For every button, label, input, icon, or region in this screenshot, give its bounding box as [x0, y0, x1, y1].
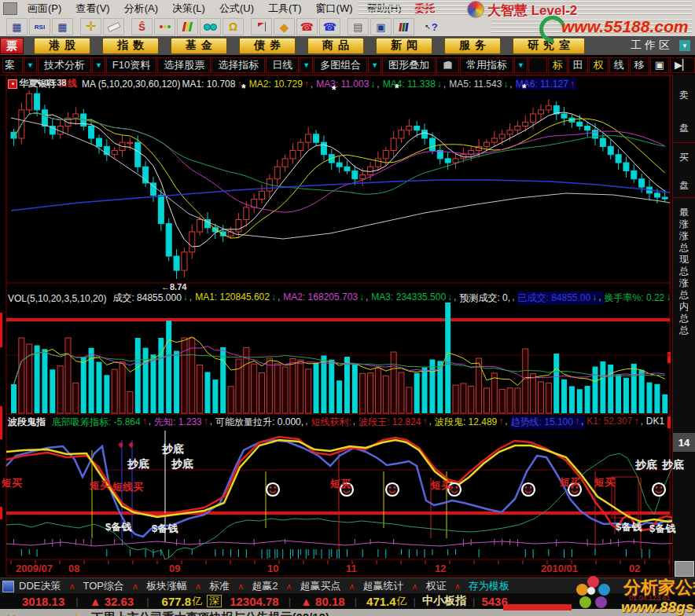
bottom-tab-6[interactable]: 超赢统计: [359, 579, 409, 593]
bottom-tab-5[interactable]: 超赢买点: [296, 579, 346, 593]
diamond-sign-icon[interactable]: ◆: [274, 18, 295, 35]
rsi-indicator-icon[interactable]: RSI: [29, 18, 50, 35]
menu-item-5[interactable]: 工具(T): [261, 2, 309, 16]
nav-cell-多图组合[interactable]: 多图组合: [314, 57, 367, 73]
bottom-tab-0[interactable]: DDE决策: [14, 579, 65, 593]
right-panel-char-3[interactable]: 盘: [673, 179, 695, 192]
bottom-tab-2[interactable]: 板块涨幅: [142, 579, 192, 593]
color-bars-icon[interactable]: [177, 18, 198, 35]
market-tab-cut[interactable]: 票: [0, 38, 24, 54]
ticker-next-icon[interactable]: ▶: [11, 613, 22, 616]
clipboard-icon[interactable]: ▤: [348, 18, 369, 35]
stock-logo-icon: [8, 79, 17, 89]
traffic-light-icon[interactable]: [154, 18, 175, 35]
svg-text:♦: ♦: [128, 438, 134, 450]
books-icon[interactable]: [393, 18, 414, 35]
right-panel-divider: [673, 197, 695, 198]
nav-cell-日线[interactable]: 日线: [266, 57, 299, 73]
indicator-name[interactable]: 波段鬼指: [8, 416, 46, 429]
market-tab-2[interactable]: 基金: [171, 38, 227, 54]
context-help-icon[interactable]: ↖?: [421, 19, 441, 35]
nav-cell-图形叠加[interactable]: 图形叠加: [382, 57, 436, 73]
bottom-tab-8[interactable]: 存为模板: [464, 579, 514, 593]
volume-header-row: VOL(5,10,20,3,5,10,20) 成交: 84855.000↓, M…: [8, 292, 675, 305]
market-tab-0[interactable]: 港股: [34, 38, 90, 54]
workspace-control[interactable]: 工作区 ▼: [631, 38, 690, 53]
bottom-tab-4[interactable]: 超赢2: [247, 579, 282, 593]
bottom-tab-bar-icon[interactable]: [2, 581, 14, 592]
nav-cell-F10资料[interactable]: F10资料: [106, 57, 156, 73]
svg-text:2009/07: 2009/07: [16, 563, 53, 574]
app-icon: [3, 2, 17, 15]
nav-button-田[interactable]: 田: [568, 57, 588, 73]
right-panel-char-0[interactable]: 卖: [673, 89, 695, 102]
nav-cell-常用指标[interactable]: 常用指标: [460, 57, 513, 73]
news-ticker[interactable]: ◀ ▶ ★ 下周上市公司重大事项快报与公告提示(02/12): [0, 609, 695, 616]
nav-dropdown-icon-10[interactable]: ▼: [368, 57, 381, 73]
multi-chart-icon[interactable]: ▦: [52, 18, 73, 35]
market-tab-4[interactable]: 商品: [307, 38, 364, 54]
crosshair-icon[interactable]: ✛: [80, 18, 101, 35]
price-volume-indicator-chart[interactable]: ♦♦2009/0708091011122010/0102: [0, 75, 695, 578]
workspace-dropdown-icon[interactable]: ▼: [679, 40, 690, 51]
window-layout-icon[interactable]: ▣: [370, 18, 392, 35]
phone-red-icon[interactable]: ☎: [296, 18, 318, 35]
nav-dropdown-icon-1[interactable]: ▼: [24, 57, 37, 73]
menu-item-3[interactable]: 决策(L): [165, 2, 212, 16]
ticker-text[interactable]: 下周上市公司重大事项快报与公告提示(02/12): [91, 610, 329, 616]
nav-cell-选择指标[interactable]: 选择指标: [211, 57, 265, 73]
nav-cell-选择股票[interactable]: 选择股票: [157, 57, 211, 73]
menu-item-6[interactable]: 窗口(W): [309, 2, 360, 16]
right-panel-char-1[interactable]: 盘: [673, 122, 695, 135]
bottom-tab-7[interactable]: 权证: [421, 579, 451, 593]
market-tab-3[interactable]: 债券: [239, 38, 296, 54]
market-tab-6[interactable]: 服务: [444, 38, 501, 54]
kline-chart-icon[interactable]: ▦: [6, 18, 28, 35]
binoculars-icon[interactable]: [200, 18, 221, 35]
nav-button-移[interactable]: 移: [630, 57, 649, 73]
market-tab-1[interactable]: 指数: [102, 38, 159, 54]
nav-button-线[interactable]: 线: [609, 57, 629, 73]
status-value-1: |: [75, 596, 78, 607]
status-value-11: 471.4: [366, 595, 396, 608]
status-value-12: 亿: [397, 594, 407, 608]
bottom-tab-1[interactable]: TOP综合: [79, 579, 130, 593]
menu-item-0[interactable]: 画面(P): [20, 2, 68, 16]
overlay-lock-icon[interactable]: [436, 57, 459, 73]
nav-dropdown-icon-8[interactable]: ▼: [300, 57, 313, 73]
vol-params: VOL(5,10,20,3,5,10,20): [8, 293, 106, 304]
svg-text:10: 10: [267, 563, 278, 574]
menu-item-4[interactable]: 公式(U): [212, 2, 261, 16]
ind-field-6: 趋势线: 15.100↑,: [511, 416, 586, 429]
nav-dropdown-icon-3[interactable]: ▼: [92, 57, 105, 73]
indicator-input-box[interactable]: [528, 57, 547, 73]
nav-button-权[interactable]: 权: [589, 57, 609, 73]
bottom-tab-3[interactable]: 标准: [204, 579, 234, 593]
nav-dropdown-icon-14[interactable]: ▼: [514, 57, 528, 73]
bottom-tab-bar: DDE决策∧TOP综合∧板块涨幅∧标准∧超赢2∧超赢买点∧超赢统计∧权证∧存为模…: [0, 578, 695, 594]
nav-button-▣[interactable]: ▣: [650, 57, 669, 73]
alert-bell-icon[interactable]: Ω: [222, 18, 244, 35]
nav-cell-技术分析[interactable]: 技术分析: [38, 57, 91, 73]
status-value-2: ▲ 32.63: [90, 595, 134, 608]
market-tab-5[interactable]: 新闻: [376, 38, 432, 54]
tab-flame-separator: ∧: [409, 581, 421, 592]
dazhihui-app-window: 画面(P)查看(V)分析(A)决策(L)公式(U)工具(T)窗口(W)帮助(H)…: [0, 0, 695, 616]
nav-cell-cut[interactable]: 案: [2, 57, 23, 73]
nav-button-标[interactable]: 标: [548, 57, 568, 73]
menu-item-1[interactable]: 查看(V): [68, 2, 116, 16]
menu-item-2[interactable]: 分析(A): [117, 2, 165, 16]
right-panel-char-2[interactable]: 买: [673, 151, 695, 164]
status-value-4: 677.8: [162, 595, 192, 608]
ticker-prev-icon[interactable]: ◀: [0, 613, 11, 616]
phone-blue-icon[interactable]: ☎: [319, 18, 340, 35]
nav-button-▶▏[interactable]: ▶▏: [670, 57, 695, 73]
signal-s-icon[interactable]: Ŝ: [131, 18, 153, 35]
right-panel-char-14[interactable]: 总: [673, 324, 695, 337]
market-tab-7[interactable]: 研究室: [513, 38, 585, 54]
flag-icon[interactable]: [251, 18, 272, 35]
right-side-panel[interactable]: 卖盘买盘最涨涨总现总涨总内总总14: [672, 75, 695, 578]
ruler-icon[interactable]: [103, 18, 124, 35]
indicator-values: 底部吸筹指标: -5.864↑, 先知: 1.233↑, 可能放量拉升: 0.0…: [52, 416, 667, 429]
right-scrollbar-thumb[interactable]: [675, 561, 694, 577]
